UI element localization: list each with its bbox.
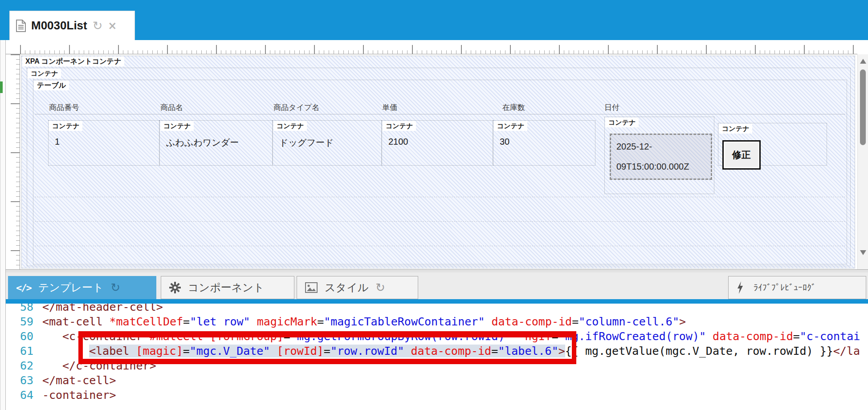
code-line-64: 64-container>: [6, 388, 868, 402]
tab-template-label: テンプレート: [38, 280, 104, 295]
gear-icon: [169, 282, 181, 293]
line-code: <mat-cell *matCellDef="let row" magicMar…: [42, 314, 686, 329]
bottom-tab-bar: </> テンプレート ↻ コンポ: [6, 272, 868, 299]
tab-live-preview-log[interactable]: ﾗｲﾌﾞﾌﾟﾚﾋﾞｭｰﾛｸﾞ: [728, 276, 866, 299]
top-title-bar: M0030List ↻ ×: [0, 0, 868, 40]
line-code: </mat-header-cell>: [42, 304, 163, 314]
cell-container-edit-button[interactable]: コンテナ 修正: [718, 123, 827, 166]
line-number: 61: [6, 344, 33, 358]
refresh-icon[interactable]: ↻: [111, 282, 121, 293]
table-widget[interactable]: [33, 80, 847, 264]
cell-container-label: コンテナ: [605, 118, 639, 127]
xpa-container-label: XPA コンポーネントコンテナ: [22, 57, 124, 66]
inner-container-label: コンテナ: [28, 69, 61, 78]
cell-container-unit-price[interactable]: コンテナ 2100: [382, 120, 493, 166]
code-line-58: 58</mat-header-cell>: [6, 304, 868, 314]
panel-accent-strip: [6, 299, 868, 304]
tab-live-preview-log-label: ﾗｲﾌﾞﾌﾟﾚﾋﾞｭｰﾛｸﾞ: [754, 283, 816, 293]
cell-value-product-type[interactable]: ドッグフード: [279, 137, 334, 149]
cell-container-label: コンテナ: [494, 121, 527, 131]
column-header-unit-price[interactable]: 単価: [382, 102, 397, 113]
line-number: 63: [6, 373, 33, 388]
column-header-product-name[interactable]: 商品名: [160, 102, 183, 113]
column-header-stock[interactable]: 在庫数: [502, 102, 525, 113]
code-line-59: 59<mat-cell *matCellDef="let row" magicM…: [6, 314, 868, 329]
scrollbar-thumb[interactable]: [860, 69, 866, 145]
tab-style[interactable]: スタイル ↻: [297, 276, 418, 299]
line-code: -container>: [42, 388, 116, 402]
scrollbar-down-arrow-icon[interactable]: [860, 250, 866, 255]
edit-button[interactable]: 修正: [722, 140, 761, 170]
row-separator: [35, 246, 845, 246]
table-label: テーブル: [34, 81, 69, 90]
tab-component[interactable]: コンポーネント: [161, 276, 294, 299]
panel-divider[interactable]: [6, 269, 868, 272]
row-separator: [35, 197, 845, 197]
cell-container-label: コンテナ: [273, 121, 307, 131]
cell-container-product-type[interactable]: コンテナ ドッグフード: [273, 120, 382, 166]
date-label-field[interactable]: 2025-12-09T15:00:00.000Z: [610, 134, 712, 180]
cell-value-unit-price[interactable]: 2100: [388, 137, 408, 147]
green-marker: [0, 81, 3, 93]
column-header-date[interactable]: 日付: [604, 102, 619, 113]
vertical-ruler: [6, 54, 20, 269]
cell-container-product-name[interactable]: コンテナ ふわふわワンダー: [159, 120, 273, 166]
code-editor[interactable]: 58</mat-header-cell>59<mat-cell *matCell…: [6, 304, 868, 410]
lightning-icon: [737, 281, 744, 294]
red-annotation-box: [78, 331, 576, 364]
cell-value-product-name[interactable]: ふわふわワンダー: [166, 137, 239, 149]
line-number: 59: [6, 314, 33, 329]
line-number: 58: [6, 304, 33, 314]
tab-close-icon[interactable]: ×: [108, 20, 117, 31]
cell-value-stock[interactable]: 30: [500, 137, 509, 147]
horizontal-ruler: [20, 40, 857, 54]
code-line-63: 63</mat-cell>: [6, 373, 868, 388]
magic-webstudio-window: M0030List ↻ × XPA コンポーネントコンテナ コンテナ テーブル …: [0, 0, 868, 410]
tab-style-label: スタイル: [325, 280, 368, 295]
tab-template[interactable]: </> テンプレート ↻: [8, 276, 156, 299]
left-window-gutter: [0, 40, 6, 410]
line-number: 62: [6, 358, 33, 373]
column-header-product-type[interactable]: 商品タイプ名: [273, 102, 319, 113]
ruler-corner: [6, 40, 20, 54]
cell-value-product-number[interactable]: 1: [55, 137, 60, 147]
document-tab-title: M0030List: [31, 19, 87, 32]
cell-container-stock[interactable]: コンテナ 30: [493, 120, 595, 166]
cell-container-label: コンテナ: [160, 121, 194, 131]
image-icon: [305, 282, 318, 293]
tab-component-label: コンポーネント: [188, 280, 264, 295]
refresh-icon[interactable]: ↻: [375, 282, 385, 293]
code-icon: </>: [16, 282, 31, 293]
cell-container-label: コンテナ: [383, 121, 416, 131]
cell-container-label: コンテナ: [49, 121, 82, 131]
canvas-scrollbar[interactable]: [857, 54, 868, 269]
document-tab-m0030list[interactable]: M0030List ↻ ×: [10, 11, 134, 40]
cell-container-label: コンテナ: [719, 124, 752, 134]
row-separator: [35, 221, 845, 222]
cell-container-date[interactable]: コンテナ 2025-12-09T15:00:00.000Z: [604, 117, 714, 194]
scrollbar-up-arrow-icon[interactable]: [860, 59, 866, 64]
line-code: </mat-cell>: [42, 373, 116, 388]
cell-container-product-number[interactable]: コンテナ 1: [48, 120, 159, 166]
tab-refresh-icon[interactable]: ↻: [93, 20, 103, 32]
line-number: 60: [6, 329, 33, 344]
header-underline: [35, 114, 845, 114]
form-designer-canvas: XPA コンポーネントコンテナ コンテナ テーブル 商品番号 商品名 商品タイプ…: [20, 54, 857, 269]
document-icon: [16, 20, 26, 32]
column-header-product-number[interactable]: 商品番号: [49, 102, 79, 113]
line-number: 64: [6, 388, 33, 402]
